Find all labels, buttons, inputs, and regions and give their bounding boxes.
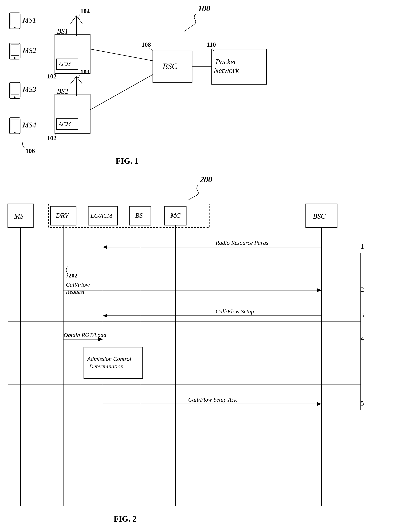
bs1-antenna-right (76, 16, 82, 24)
bs2-antenna-right (76, 76, 82, 84)
step5-num: 5 (361, 400, 364, 407)
step2-label-line2: Request (66, 288, 85, 295)
ref-104-2-line (78, 75, 80, 78)
bs2-label: BS2 (57, 87, 68, 95)
ref-100-line (184, 25, 194, 31)
ms2-button (14, 57, 16, 59)
entity-drv-label: DRV (56, 212, 70, 219)
step3-label: Call/Flow Setup (215, 308, 254, 314)
step2-label-line1: Call/Flow (66, 281, 90, 288)
step4-label: Obtain ROT/Load (64, 332, 107, 338)
ms4-button (14, 132, 16, 133)
ref-104-1: 104 (80, 8, 90, 15)
step1-arrowhead (103, 245, 107, 249)
page: 100 MS1 MS2 MS3 MS4 106 BS1 ACM (0, 0, 410, 532)
ms3-button (14, 96, 16, 98)
ref-106: 106 (26, 147, 35, 154)
bs1-label: BS1 (57, 28, 68, 35)
bs2-antenna-left (71, 76, 76, 84)
entity-ms-label: MS (14, 212, 24, 220)
step2-num: 2 (361, 286, 364, 293)
ref-110: 110 (207, 41, 216, 48)
entity-bsc-seq-label: BSC (313, 212, 326, 220)
ms3-icon (9, 82, 20, 98)
packet-network-label-line2: Network (214, 66, 239, 75)
bsc-label: BSC (163, 62, 177, 71)
ref-104-1-line (78, 14, 80, 18)
acm1-label: ACM (58, 61, 71, 67)
ms1-icon (9, 13, 20, 29)
ref-100: 100 (198, 4, 210, 13)
bs1-to-bsc-line (90, 49, 153, 61)
entity-ecacm-label: EC/ACM (90, 212, 112, 219)
ref-202: 202 (69, 272, 77, 279)
packet-network-label-line1: Packet (215, 58, 236, 66)
acm2-label: ACM (58, 121, 71, 127)
step3-arrowhead (103, 314, 107, 318)
ms2-icon (9, 43, 20, 59)
step1-num: 1 (361, 243, 364, 250)
ms2-screen (11, 45, 19, 56)
step5-label: Call/Flow Setup Ack (188, 396, 237, 403)
ref-202-curl (66, 267, 68, 277)
ref-108: 108 (141, 41, 151, 48)
ref-104-2: 104 (80, 68, 90, 76)
admission-label-line2: Determination (89, 363, 123, 370)
step1-label: Radio Resource Paras (215, 239, 268, 246)
ms1-screen (11, 14, 19, 25)
ref-200: 200 (200, 175, 212, 184)
entity-bs-label: BS (135, 212, 143, 219)
ms4-screen (11, 119, 19, 130)
entity-mc-label: MC (170, 212, 180, 219)
ref-106-curl (23, 141, 25, 148)
ms3-screen (11, 84, 19, 95)
bs1-antenna-left (71, 16, 76, 24)
ms1-label: MS1 (22, 16, 36, 24)
fig1-label: FIG. 1 (116, 156, 139, 165)
step3-num: 3 (361, 311, 364, 319)
ref-108-line (149, 48, 153, 51)
bs2-to-bsc-line (90, 75, 153, 110)
admission-label-line1: Admission Control (87, 355, 131, 362)
ms4-label: MS4 (22, 121, 36, 129)
ms2-label: MS2 (22, 46, 36, 55)
step4-num: 4 (361, 335, 364, 342)
ms3-label: MS3 (22, 85, 36, 93)
admission-control-box (84, 347, 143, 379)
ms4-icon (9, 118, 20, 134)
fig2-label: FIG. 2 (114, 514, 137, 523)
ref-200-curl (197, 185, 198, 195)
ref-200-line (188, 195, 197, 200)
ref-100-curl (194, 14, 196, 25)
step2-arrowhead (317, 288, 321, 292)
step5-arrowhead (317, 402, 321, 406)
ms1-button (14, 27, 16, 28)
